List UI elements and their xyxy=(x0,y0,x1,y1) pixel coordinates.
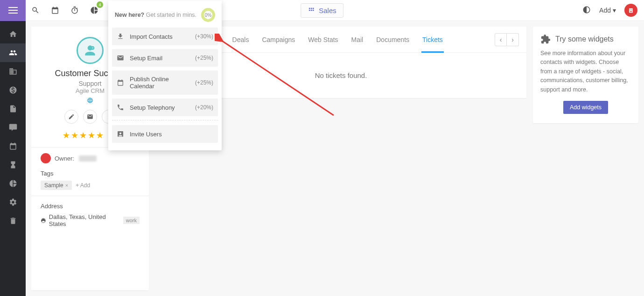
workspace-switcher[interactable]: Sales xyxy=(301,3,343,18)
add-widgets-button[interactable]: Add widgets xyxy=(563,101,608,114)
widgets-card: Try some widgets See more information ab… xyxy=(533,27,638,123)
phone-icon xyxy=(117,104,124,111)
hamburger-icon xyxy=(8,7,18,14)
tab-next-button[interactable]: › xyxy=(507,33,519,46)
dropdown-publish-online-calendar[interactable]: Publish Online Calendar(+25%) xyxy=(112,70,218,95)
widgets-column: Try some widgets See more information ab… xyxy=(533,27,638,290)
owner-avatar xyxy=(41,153,51,163)
star-icon: ★ xyxy=(63,130,70,141)
caret-down-icon: ▾ xyxy=(613,7,616,14)
tags-row: Sample× + Add xyxy=(41,181,140,190)
sidebar-calendar[interactable] xyxy=(0,137,26,155)
sidebar-cases[interactable] xyxy=(0,118,26,137)
sidebar-settings[interactable] xyxy=(0,193,26,211)
sidebar-trash[interactable] xyxy=(0,211,26,230)
globe-icon xyxy=(41,218,46,224)
svg-point-2 xyxy=(631,9,632,10)
tag-remove-icon[interactable]: × xyxy=(65,183,68,188)
svg-rect-0 xyxy=(629,8,633,13)
tag-add-button[interactable]: + Add xyxy=(76,182,90,189)
workspace-label: Sales xyxy=(319,7,336,14)
search-icon[interactable] xyxy=(26,0,45,20)
tags-label: Tags xyxy=(41,170,140,177)
download-icon xyxy=(117,33,124,40)
sidebar-documents[interactable] xyxy=(0,99,26,118)
star-icon: ★ xyxy=(79,130,87,141)
tab-mail[interactable]: Mail xyxy=(345,27,370,53)
top-icons: 4 xyxy=(26,0,104,20)
add-label: Add xyxy=(599,7,611,14)
grid-icon xyxy=(308,7,315,14)
sidebar-deals[interactable] xyxy=(0,81,26,99)
contrast-icon[interactable] xyxy=(582,6,591,15)
tab-campaigns[interactable]: Campaigns xyxy=(255,27,301,53)
calendar-icon[interactable] xyxy=(45,0,65,20)
contact-avatar xyxy=(77,37,104,64)
owner-label: Owner: xyxy=(55,155,74,162)
edit-button[interactable] xyxy=(64,110,78,124)
tab-documents[interactable]: Documents xyxy=(370,27,416,53)
widgets-header: Try some widgets xyxy=(540,34,631,44)
sidebar-home[interactable] xyxy=(0,25,26,43)
owner-name xyxy=(79,155,97,162)
svg-rect-3 xyxy=(630,11,632,12)
tab-nav: ‹ › xyxy=(495,33,519,46)
dropdown-setup-email[interactable]: Setup Email(+25%) xyxy=(112,49,218,67)
tab-tickets[interactable]: Tickets xyxy=(416,27,449,53)
widgets-title: Try some widgets xyxy=(555,35,614,43)
notification-badge: 4 xyxy=(97,1,103,8)
star-icon: ★ xyxy=(88,130,95,141)
star-icon: ★ xyxy=(96,130,104,141)
sidebar-contacts[interactable] xyxy=(0,43,26,62)
add-button[interactable]: Add ▾ xyxy=(599,7,616,14)
top-right: Add ▾ xyxy=(582,4,637,17)
sidebar xyxy=(0,21,26,296)
star-icon: ★ xyxy=(71,130,78,141)
calendar-icon xyxy=(117,79,124,86)
user-avatar[interactable] xyxy=(624,4,637,17)
dropdown-setup-telephony[interactable]: Setup Telephony(+20%) xyxy=(112,99,218,116)
tab-prev-button[interactable]: ‹ xyxy=(495,33,507,46)
email-button[interactable] xyxy=(83,110,97,124)
tab-web-stats[interactable]: Web Stats xyxy=(301,27,344,53)
sidebar-companies[interactable] xyxy=(0,62,26,81)
address-label: Address xyxy=(41,203,140,210)
address-value: Dallas, Texas, United States xyxy=(49,213,118,227)
address-type: work xyxy=(123,217,140,224)
progress-badge: 0% xyxy=(201,8,215,22)
address-row: Dallas, Texas, United States work xyxy=(41,213,140,227)
onboarding-dropdown: New here? Get started in mins. 0% Import… xyxy=(108,0,222,150)
puzzle-icon xyxy=(540,34,551,44)
tag-chip[interactable]: Sample× xyxy=(41,181,72,190)
dropdown-invite-users[interactable]: Invite Users xyxy=(112,125,218,143)
menu-toggle[interactable] xyxy=(0,0,26,21)
person-icon xyxy=(117,130,124,138)
svg-point-1 xyxy=(630,9,630,10)
sidebar-activities[interactable] xyxy=(0,155,26,174)
mail-icon xyxy=(117,54,124,62)
dropdown-header: New here? Get started in mins. 0% xyxy=(112,4,218,28)
tab-deals[interactable]: Deals xyxy=(226,27,256,53)
dropdown-import-contacts[interactable]: Import Contacts(+30%) xyxy=(112,28,218,45)
topbar: 4 Sales Add ▾ xyxy=(0,0,644,21)
analytics-icon[interactable]: 4 xyxy=(84,0,104,20)
sidebar-reports[interactable] xyxy=(0,174,26,193)
owner-row: Owner: xyxy=(41,153,140,163)
timer-icon[interactable] xyxy=(65,0,84,20)
widgets-body: See more information about your contacts… xyxy=(540,49,631,94)
